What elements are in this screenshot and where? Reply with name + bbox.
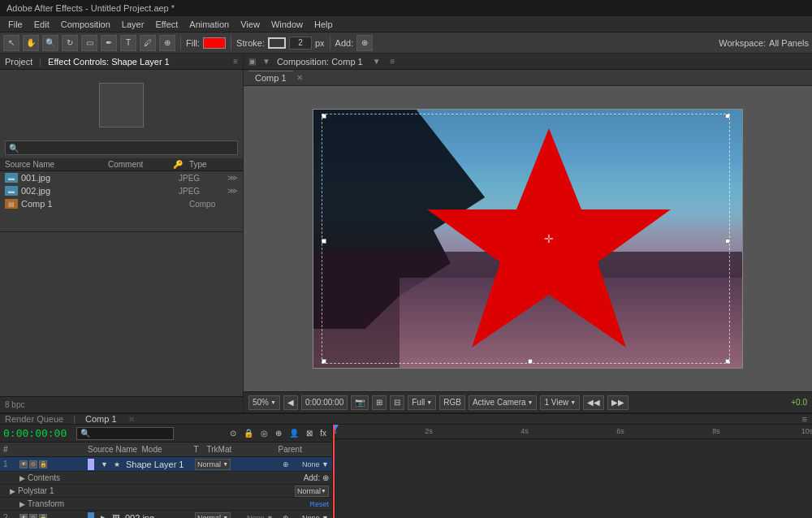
- expr-btn[interactable]: fx: [317, 428, 329, 438]
- timecode-display[interactable]: 0:00:00:00: [301, 395, 348, 410]
- timecode-display[interactable]: 0:00:00:00: [3, 427, 67, 439]
- tab-project[interactable]: Project: [5, 57, 32, 67]
- zoom-tool[interactable]: 🔍: [42, 35, 58, 51]
- handle-br[interactable]: [725, 359, 730, 364]
- camera-btn[interactable]: 📷: [351, 395, 369, 410]
- project-item-0[interactable]: ▬ 001.jpg JPEG ⋙: [0, 171, 243, 184]
- prev-frame-btn[interactable]: ◀: [283, 395, 298, 410]
- polystar-expand[interactable]: ▶: [10, 487, 15, 495]
- text-tool[interactable]: T: [120, 35, 136, 51]
- menu-help[interactable]: Help: [309, 18, 338, 31]
- timeline-search-input[interactable]: [76, 427, 174, 440]
- handle-bm[interactable]: [528, 359, 533, 364]
- workspace-label: Workspace:: [719, 38, 766, 48]
- add-btn-1[interactable]: Add: ⊕: [304, 473, 329, 482]
- layer-eye-2[interactable]: 👁: [19, 514, 28, 519]
- toolbar-sep-2: [231, 36, 231, 50]
- layer-row-1[interactable]: 1 👁 ⊙ 🔒 ▼ ★ Shape Layer 1 Normal ▼ ⊕ Non…: [0, 457, 332, 472]
- layer-row-2[interactable]: 2 👁 ⊙ 🔒 ▶ 🖼 002.jpg Normal ▼ None ▼ ⊕ No…: [0, 511, 332, 518]
- pen-tool[interactable]: ✒: [101, 35, 117, 51]
- reset-btn[interactable]: Reset: [309, 500, 329, 508]
- tab-render-queue[interactable]: Render Queue: [5, 414, 63, 424]
- add-btn[interactable]: ⊕: [356, 35, 373, 51]
- layer-expand-1[interactable]: ▼: [101, 460, 108, 468]
- hand-tool[interactable]: ✋: [23, 35, 39, 51]
- timeline-area: Render Queue | Comp 1 ✕ ≡ 0:00:00:00 ⊙ 🔒…: [0, 412, 812, 518]
- timeline-menu-btn[interactable]: ≡: [802, 414, 807, 424]
- handle-tl[interactable]: [322, 114, 326, 119]
- safe-areas-btn[interactable]: ⊟: [390, 395, 404, 410]
- comp-panel-menu[interactable]: ≡: [391, 57, 395, 66]
- tab-comp-timeline[interactable]: Comp 1: [85, 414, 117, 424]
- stroke-width-input[interactable]: [289, 37, 312, 50]
- rotate-tool[interactable]: ↻: [62, 35, 78, 51]
- solo-btn[interactable]: ⊙: [227, 428, 239, 438]
- toolbar: ↖ ✋ 🔍 ↻ ▭ ✒ T 🖊 ⊕ Fill: Stroke: px Add: …: [0, 32, 812, 54]
- comp-tab-close[interactable]: ✕: [296, 73, 303, 82]
- project-item-2[interactable]: ▤ Comp 1 Compo: [0, 197, 243, 210]
- layer-lock-1[interactable]: 🔒: [39, 460, 47, 468]
- layers-header: # Source Name Mode T TrkMat Parent: [0, 442, 332, 457]
- sub-row-polystar: ▶ Polystar 1 Normal ▼: [0, 485, 332, 498]
- frame-blend-btn[interactable]: ⊠: [304, 428, 315, 438]
- comp-tab[interactable]: Comp 1: [248, 71, 293, 84]
- layer-solo-2[interactable]: ⊙: [29, 514, 37, 519]
- nav-right-btn[interactable]: ▶▶: [607, 395, 628, 410]
- col-mode-header: Mode: [142, 445, 191, 454]
- lock-btn[interactable]: 🔒: [241, 428, 256, 438]
- item-name-1: 002.jpg: [21, 186, 179, 196]
- layer-lock-2[interactable]: 🔒: [39, 514, 47, 519]
- layer-mode-1[interactable]: Normal ▼: [195, 459, 231, 470]
- layer-trkmat-2[interactable]: None ▼: [247, 514, 279, 519]
- layer-eye-1[interactable]: 👁: [19, 460, 28, 468]
- clone-tool[interactable]: ⊕: [159, 35, 175, 51]
- quality-dropdown[interactable]: Full: [408, 395, 436, 410]
- stroke-swatch[interactable]: [268, 37, 286, 49]
- item-expand-1: ⋙: [227, 187, 238, 195]
- project-item-1[interactable]: ▬ 002.jpg JPEG ⋙: [0, 184, 243, 197]
- zoom-dropdown[interactable]: 50%: [248, 395, 280, 410]
- selection-tool[interactable]: ↖: [3, 35, 19, 51]
- playhead-line: [333, 425, 335, 518]
- comp-tab-close-btn[interactable]: ✕: [128, 415, 135, 424]
- contents-expand[interactable]: ▶: [19, 474, 25, 482]
- menu-window[interactable]: Window: [266, 18, 308, 31]
- view-dropdown[interactable]: 1 View: [540, 395, 580, 410]
- grid-btn[interactable]: ⊞: [372, 395, 387, 410]
- adjustment-btn[interactable]: ⊕: [273, 428, 284, 438]
- channel-btn[interactable]: RGB: [439, 395, 465, 410]
- rect-tool[interactable]: ▭: [81, 35, 97, 51]
- menu-file[interactable]: File: [3, 18, 28, 31]
- handle-ml[interactable]: [322, 239, 326, 244]
- menu-layer[interactable]: Layer: [117, 18, 149, 31]
- panel-close-btn[interactable]: ≡: [233, 57, 238, 66]
- project-items-list: ▬ 001.jpg JPEG ⋙ ▬ 002.jpg JPEG ⋙ ▤ Comp…: [0, 171, 243, 210]
- menu-view[interactable]: View: [235, 18, 265, 31]
- nav-left-btn[interactable]: ◀◀: [583, 395, 604, 410]
- transform-expand[interactable]: ▶: [19, 500, 25, 508]
- shy-btn[interactable]: 👤: [287, 428, 301, 438]
- menu-edit[interactable]: Edit: [29, 18, 54, 31]
- item-expand-0: ⋙: [227, 174, 238, 182]
- fill-swatch[interactable]: [203, 37, 226, 49]
- handle-mr[interactable]: [725, 239, 730, 244]
- comp-panel: ▣ ▼ Composition: Comp 1 ▼ ≡ Comp 1 ✕: [244, 54, 812, 412]
- layer-expand-2[interactable]: ▶: [101, 514, 106, 519]
- col-parent-header: Parent: [279, 445, 330, 454]
- handle-tr[interactable]: [725, 114, 730, 119]
- menu-effect[interactable]: Effect: [150, 18, 183, 31]
- layer-solo-1[interactable]: ⊙: [29, 460, 37, 468]
- layer-mode-2[interactable]: Normal ▼: [195, 512, 231, 519]
- menu-composition[interactable]: Composition: [56, 18, 115, 31]
- layer-parent-dropdown-2[interactable]: None ▼: [302, 514, 329, 519]
- layer-parent-dropdown-1[interactable]: None ▼: [302, 460, 329, 468]
- handle-bl[interactable]: [322, 359, 326, 364]
- layer-img-icon: 🖼: [112, 514, 119, 519]
- camera-dropdown[interactable]: Active Camera: [469, 395, 538, 410]
- motion-blur-btn[interactable]: ◎: [258, 428, 270, 438]
- tab-effect-controls[interactable]: Effect Controls: Shape Layer 1: [48, 57, 170, 67]
- menu-animation[interactable]: Animation: [184, 18, 234, 31]
- paint-tool[interactable]: 🖊: [140, 35, 156, 51]
- project-search-input[interactable]: [5, 140, 238, 155]
- polystar-mode[interactable]: Normal ▼: [295, 486, 329, 497]
